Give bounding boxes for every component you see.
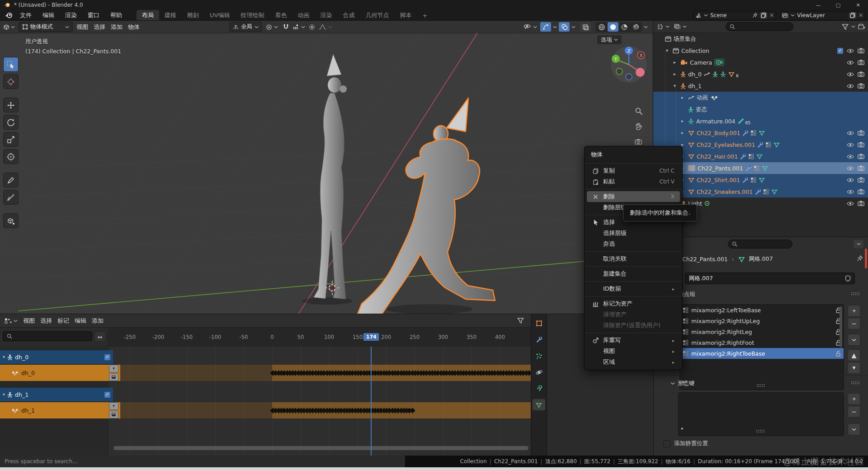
hide-eye-toggle[interactable] [847,72,854,77]
context-menu-item[interactable]: 取消关联 [587,254,680,264]
object-tab-icon[interactable] [533,318,545,329]
measure-tool[interactable] [3,190,19,205]
annotate-tool[interactable] [3,173,19,188]
select-box-tool[interactable] [3,57,19,72]
shape-keys-panel-header[interactable]: 形态键 [670,380,695,387]
workspace-tab[interactable]: 纹理绘制 [235,10,269,21]
pivot-point-button[interactable] [263,22,281,32]
outliner-row[interactable]: ▸动画 [653,92,868,103]
properties-options-icon[interactable] [854,240,863,248]
gizmo-dropdown-icon[interactable] [553,26,557,28]
hide-eye-toggle[interactable] [847,166,854,171]
workspace-tab[interactable]: 动画 [292,10,315,21]
push-down-action-button[interactable] [109,411,118,418]
rotate-tool[interactable] [3,115,19,130]
lock-open-icon[interactable] [835,351,841,357]
dope-sheet-menu-item[interactable]: 编辑 [72,316,89,325]
workspace-tab[interactable]: 建模 [159,10,182,21]
cursor-tool[interactable] [3,74,19,89]
show-overlays-toggle[interactable] [559,22,570,32]
keyframe-area[interactable] [108,347,531,456]
remove-viewlayer-icon[interactable]: ✕ [859,12,863,19]
vertex-group-item[interactable]: mixamorig2:LeftToeBase [680,305,844,315]
viewlayer-selector[interactable]: ViewLayer ✕ [780,11,865,20]
channel-checkbox[interactable]: ✓ [104,392,110,398]
workspace-tab[interactable]: UV编辑 [204,10,235,21]
main-menu-item[interactable]: 渲染 [60,11,82,19]
figure-dancing-selected[interactable] [357,98,495,314]
vgroup-move-up-button[interactable]: ▲ [848,349,860,361]
pin-icon[interactable] [857,255,863,262]
data-tab-icon[interactable] [533,399,545,410]
outliner-row[interactable]: ▸Armature.00465 [653,115,868,127]
modifier-tab-icon[interactable] [533,334,545,345]
outliner-row[interactable]: 姿态 [653,103,868,115]
snap-magnet-button[interactable] [282,22,290,32]
outliner-row[interactable]: ▸Ch22_Shirt.001 [653,174,868,186]
channel-expand-button[interactable]: ▾ [109,402,118,410]
breadcrumb-object[interactable]: Ch22_Pants.001 [682,256,728,263]
render-camera-toggle[interactable] [858,165,864,171]
viewport-menu-item[interactable]: 物体 [125,22,142,32]
viewport-menu-item[interactable]: 选择 [91,22,108,32]
breadcrumb-data[interactable]: 网格.007 [749,255,773,263]
list-scrollbar[interactable] [840,306,842,347]
hide-eye-toggle[interactable] [847,131,854,136]
zoom-icon[interactable] [633,106,643,116]
editor-type-button[interactable] [0,22,18,32]
workspace-tab[interactable]: 合成 [337,10,360,21]
context-menu-item[interactable]: ID数据▸ [587,283,680,294]
render-camera-toggle[interactable] [858,130,864,136]
shading-wireframe-button[interactable] [596,22,607,32]
visibility-button[interactable] [522,22,538,32]
render-camera-toggle[interactable] [858,60,864,65]
channel-action-row[interactable]: dh_1▾ [0,402,120,418]
close-button[interactable]: ✕ [848,0,868,10]
viewport-menu-item[interactable]: 添加 [108,22,125,32]
show-gizmo-toggle[interactable] [540,22,551,32]
3d-viewport[interactable]: 物体模式 视图选择添加物体 全局 [0,21,653,314]
context-menu-item[interactable]: 删除X [587,191,680,202]
unlink-scene-icon[interactable]: ✕ [769,12,774,19]
hide-eye-toggle[interactable] [847,201,854,206]
main-menu-item[interactable]: 窗口 [82,11,105,19]
outliner-row[interactable]: ▸Ch22_Body.001 [653,127,868,139]
panel-grip[interactable] [851,292,860,296]
context-menu-item[interactable]: 选择层级 [587,228,680,239]
proportional-editing-button[interactable] [307,22,316,32]
workspace-tab[interactable]: 渲染 [315,10,337,21]
context-menu-item[interactable]: 新建集合 [587,268,680,279]
viewport-menu-item[interactable]: 视图 [74,22,91,32]
vgroup-add-button[interactable]: ＋ [848,305,860,317]
context-menu-item[interactable]: 库重写▸ [587,335,680,346]
outliner-row[interactable]: ▸Ch22_Sneakers.001 [653,186,868,197]
options-button[interactable]: 选项 [597,35,622,44]
particles-tab-icon[interactable] [533,350,545,362]
editor-type-button[interactable] [3,316,19,325]
channel-expand-button[interactable]: ▾ [109,365,118,372]
channel-action-row[interactable]: dh_0▾ [0,365,120,381]
collection-checkbox[interactable]: ✓ [837,48,843,54]
playhead[interactable] [371,347,372,456]
hide-eye-toggle[interactable] [847,48,854,53]
render-camera-toggle[interactable] [858,201,864,206]
shading-dropdown-icon[interactable] [644,26,648,28]
shapekey-remove-button[interactable]: − [848,406,860,418]
properties-search-input[interactable] [728,240,793,249]
render-camera-toggle[interactable] [858,48,864,53]
push-down-action-button[interactable] [109,373,118,381]
shading-rendered-button[interactable] [630,22,641,32]
physics-tab-icon[interactable] [533,367,545,378]
dope-sheet-menu-item[interactable]: 添加 [89,316,106,325]
context-menu-item[interactable]: 标记为资产 [587,298,680,309]
expand-range-button[interactable]: ↔ [94,331,106,342]
dope-sheet-menu-item[interactable]: 视图 [20,316,38,325]
constraints-tab-icon[interactable] [533,383,545,394]
render-camera-toggle[interactable] [858,177,864,183]
scene-selector[interactable]: Scene ✕ [693,11,776,20]
pan-hand-icon[interactable] [633,121,643,131]
filter-funnel-icon[interactable] [517,318,524,324]
timeline-scrollbar[interactable] [113,446,528,450]
outliner-display-mode-button[interactable] [656,22,670,32]
outliner-row[interactable]: ▸dh_06 [653,68,868,80]
